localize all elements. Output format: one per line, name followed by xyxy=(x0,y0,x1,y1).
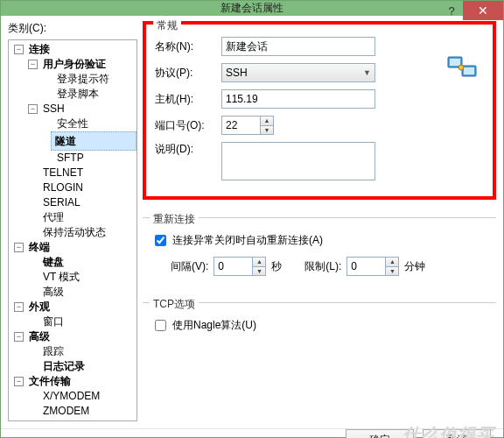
auto-reconnect-label: 连接异常关闭时自动重新连接(A) xyxy=(172,233,323,248)
tree-item-filetrans[interactable]: −文件传输 xyxy=(9,374,136,389)
tree-item-ssh[interactable]: −SSH xyxy=(9,102,136,117)
svg-rect-1 xyxy=(450,59,460,66)
interval-unit: 秒 xyxy=(271,259,282,274)
proto-select[interactable]: SSH▼ xyxy=(221,63,375,82)
dialog-window: 新建会话属性 ? ✕ 类别(C): −连接 −用户身份验证 登录提示符 登录脚本… xyxy=(0,0,504,438)
port-label: 端口号(O): xyxy=(155,118,221,133)
spin-up-icon[interactable]: ▲ xyxy=(386,258,398,267)
tcp-title: TCP选项 xyxy=(150,297,199,312)
close-button[interactable]: ✕ xyxy=(463,1,503,20)
spin-up-icon[interactable]: ▲ xyxy=(261,117,273,126)
tree-item-loginprompt[interactable]: 登录提示符 xyxy=(9,72,136,87)
titlebar-buttons: ? ✕ xyxy=(440,1,503,20)
desc-label: 说明(D): xyxy=(155,142,221,157)
name-input[interactable] xyxy=(221,37,375,56)
collapse-icon[interactable]: − xyxy=(14,377,24,386)
collapse-icon[interactable]: − xyxy=(14,302,24,312)
nagle-checkbox[interactable] xyxy=(155,320,166,331)
port-input[interactable] xyxy=(221,116,260,135)
dialog-body: 类别(C): −连接 −用户身份验证 登录提示符 登录脚本 −SSH 安全性 隧… xyxy=(1,16,503,428)
proto-label: 协议(P): xyxy=(155,66,221,81)
spin-down-icon[interactable]: ▼ xyxy=(261,126,273,135)
limit-label: 限制(L): xyxy=(304,259,341,274)
collapse-icon[interactable]: − xyxy=(28,60,38,69)
auto-reconnect-row: 连接异常关闭时自动重新连接(A) xyxy=(151,230,487,250)
titlebar: 新建会话属性 ? ✕ xyxy=(1,1,503,16)
tree-item-loginscript[interactable]: 登录脚本 xyxy=(9,87,136,102)
tree-item-log[interactable]: 日志记录 xyxy=(9,359,136,374)
footer: 什么值得买 确定 取消 xyxy=(1,428,503,438)
tree-item-serial[interactable]: SERIAL xyxy=(9,195,136,210)
interval-stepper[interactable]: ▲▼ xyxy=(214,257,266,276)
tree-item-connection[interactable]: −连接 xyxy=(9,42,136,57)
collapse-icon[interactable]: − xyxy=(14,45,24,54)
tree-item-zmodem[interactable]: ZMODEM xyxy=(9,404,136,419)
tree-item-keyboard[interactable]: 键盘 xyxy=(9,255,136,270)
port-stepper[interactable]: ▲▼ xyxy=(221,116,274,135)
svg-point-4 xyxy=(458,65,464,70)
tree-item-terminal[interactable]: −终端 xyxy=(9,240,136,255)
category-label: 类别(C): xyxy=(8,21,137,36)
limit-stepper[interactable]: ▲▼ xyxy=(346,257,399,276)
collapse-icon[interactable]: − xyxy=(14,243,24,252)
spin-up-icon[interactable]: ▲ xyxy=(253,258,265,267)
tree-item-advanced2[interactable]: −高级 xyxy=(9,329,136,344)
spin-down-icon[interactable]: ▼ xyxy=(253,267,265,276)
general-group: 常规 名称(N): 协议(P):SSH▼ 主机(H): 端口号(O): ▲▼ 说… xyxy=(143,21,496,200)
tree-item-trace[interactable]: 跟踪 xyxy=(9,344,136,359)
spin-down-icon[interactable]: ▼ xyxy=(386,267,398,276)
general-title: 常规 xyxy=(153,18,181,33)
host-label: 主机(H): xyxy=(155,92,221,107)
collapse-icon[interactable]: − xyxy=(14,332,24,342)
reconnect-title: 重新连接 xyxy=(150,212,199,227)
nagle-label: 使用Nagle算法(U) xyxy=(172,318,256,333)
tree-item-sftp[interactable]: SFTP xyxy=(9,151,136,166)
desc-input[interactable] xyxy=(221,142,375,180)
tree-item-vtmode[interactable]: VT 模式 xyxy=(9,270,136,285)
tree-item-rlogin[interactable]: RLOGIN xyxy=(9,180,136,195)
cancel-button[interactable]: 取消 xyxy=(423,429,491,438)
collapse-icon[interactable]: − xyxy=(28,104,38,114)
svg-rect-3 xyxy=(464,67,474,74)
tree-item-keepalive[interactable]: 保持活动状态 xyxy=(9,225,136,240)
auto-reconnect-checkbox[interactable] xyxy=(155,235,166,246)
tree-item-security[interactable]: 安全性 xyxy=(9,117,136,131)
tree-item-telnet[interactable]: TELNET xyxy=(9,166,136,180)
tree-item-tunnel[interactable]: 隧道 xyxy=(9,131,136,151)
window-title: 新建会话属性 xyxy=(220,1,284,16)
nagle-row: 使用Nagle算法(U) xyxy=(151,315,487,335)
ok-button[interactable]: 确定 xyxy=(346,429,414,438)
tree-item-auth[interactable]: −用户身份验证 xyxy=(9,57,136,72)
network-icon xyxy=(447,54,479,81)
tree-item-appearance[interactable]: −外观 xyxy=(9,300,136,314)
help-button[interactable]: ? xyxy=(440,1,463,20)
reconnect-group: 重新连接 连接异常关闭时自动重新连接(A) 间隔(V): ▲▼ 秒 限制(L):… xyxy=(143,217,496,292)
tree-item-proxy[interactable]: 代理 xyxy=(9,210,136,225)
category-tree[interactable]: −连接 −用户身份验证 登录提示符 登录脚本 −SSH 安全性 隧道 SFTP … xyxy=(8,39,137,421)
tcp-group: TCP选项 使用Nagle算法(U) xyxy=(143,302,496,350)
tree-item-window[interactable]: 窗口 xyxy=(9,314,136,329)
tree-item-xymodem[interactable]: X/YMODEM xyxy=(9,389,136,404)
interval-input[interactable] xyxy=(214,257,252,276)
chevron-down-icon: ▼ xyxy=(363,68,371,77)
left-panel: 类别(C): −连接 −用户身份验证 登录提示符 登录脚本 −SSH 安全性 隧… xyxy=(8,21,137,421)
interval-label: 间隔(V): xyxy=(171,259,208,274)
name-label: 名称(N): xyxy=(155,39,221,54)
host-input[interactable] xyxy=(221,89,375,109)
right-panel: 常规 名称(N): 协议(P):SSH▼ 主机(H): 端口号(O): ▲▼ 说… xyxy=(143,21,496,421)
limit-unit: 分钟 xyxy=(404,259,425,274)
limit-input[interactable] xyxy=(346,257,385,276)
tree-item-adv[interactable]: 高级 xyxy=(9,285,136,300)
